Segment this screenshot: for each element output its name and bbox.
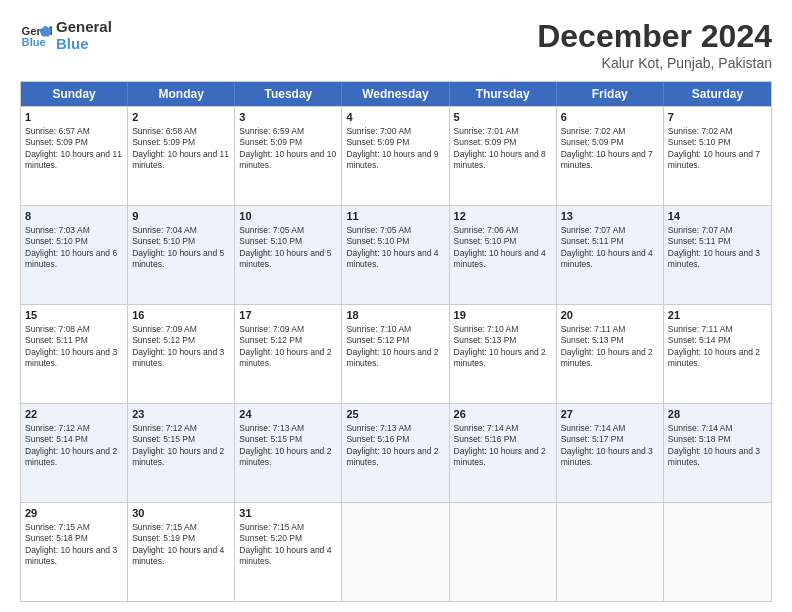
day-cell-31: 31Sunrise: 7:15 AMSunset: 5:20 PMDayligh… xyxy=(235,503,342,601)
header: General Blue General Blue December 2024 … xyxy=(20,18,772,71)
header-day-wednesday: Wednesday xyxy=(342,82,449,106)
day-cell-6: 6Sunrise: 7:02 AMSunset: 5:09 PMDaylight… xyxy=(557,107,664,205)
day-number: 25 xyxy=(346,407,444,422)
sunset-label: Sunset: 5:13 PM xyxy=(561,335,624,345)
sunset-label: Sunset: 5:20 PM xyxy=(239,533,302,543)
sunrise-label: Sunrise: 7:15 AM xyxy=(239,522,304,532)
sunset-label: Sunset: 5:10 PM xyxy=(668,137,731,147)
calendar-header: SundayMondayTuesdayWednesdayThursdayFrid… xyxy=(21,82,771,106)
day-number: 29 xyxy=(25,506,123,521)
empty-cell xyxy=(342,503,449,601)
day-cell-7: 7Sunrise: 7:02 AMSunset: 5:10 PMDaylight… xyxy=(664,107,771,205)
daylight-label: Daylight: 10 hours and 3 minutes. xyxy=(132,347,224,368)
logo-text-blue: Blue xyxy=(56,35,112,52)
sunrise-label: Sunrise: 7:14 AM xyxy=(668,423,733,433)
sunrise-label: Sunrise: 7:11 AM xyxy=(561,324,626,334)
sunrise-label: Sunrise: 7:10 AM xyxy=(454,324,519,334)
sunrise-label: Sunrise: 7:05 AM xyxy=(239,225,304,235)
day-number: 11 xyxy=(346,209,444,224)
sunset-label: Sunset: 5:18 PM xyxy=(25,533,88,543)
calendar-row-4: 22Sunrise: 7:12 AMSunset: 5:14 PMDayligh… xyxy=(21,403,771,502)
sunset-label: Sunset: 5:10 PM xyxy=(346,236,409,246)
calendar-body: 1Sunrise: 6:57 AMSunset: 5:09 PMDaylight… xyxy=(21,106,771,601)
daylight-label: Daylight: 10 hours and 3 minutes. xyxy=(25,347,117,368)
calendar-row-2: 8Sunrise: 7:03 AMSunset: 5:10 PMDaylight… xyxy=(21,205,771,304)
sunrise-label: Sunrise: 7:02 AM xyxy=(668,126,733,136)
title-block: December 2024 Kalur Kot, Punjab, Pakista… xyxy=(537,18,772,71)
svg-text:Blue: Blue xyxy=(22,36,46,48)
logo-icon: General Blue xyxy=(20,19,52,51)
header-day-thursday: Thursday xyxy=(450,82,557,106)
day-cell-10: 10Sunrise: 7:05 AMSunset: 5:10 PMDayligh… xyxy=(235,206,342,304)
day-cell-22: 22Sunrise: 7:12 AMSunset: 5:14 PMDayligh… xyxy=(21,404,128,502)
day-number: 18 xyxy=(346,308,444,323)
day-cell-27: 27Sunrise: 7:14 AMSunset: 5:17 PMDayligh… xyxy=(557,404,664,502)
sunset-label: Sunset: 5:15 PM xyxy=(132,434,195,444)
sunrise-label: Sunrise: 6:57 AM xyxy=(25,126,90,136)
sunrise-label: Sunrise: 7:07 AM xyxy=(561,225,626,235)
sunrise-label: Sunrise: 7:09 AM xyxy=(132,324,197,334)
page: General Blue General Blue December 2024 … xyxy=(0,0,792,612)
calendar: SundayMondayTuesdayWednesdayThursdayFrid… xyxy=(20,81,772,602)
day-number: 21 xyxy=(668,308,767,323)
day-number: 22 xyxy=(25,407,123,422)
header-day-sunday: Sunday xyxy=(21,82,128,106)
sunset-label: Sunset: 5:10 PM xyxy=(454,236,517,246)
calendar-row-3: 15Sunrise: 7:08 AMSunset: 5:11 PMDayligh… xyxy=(21,304,771,403)
day-cell-29: 29Sunrise: 7:15 AMSunset: 5:18 PMDayligh… xyxy=(21,503,128,601)
sunset-label: Sunset: 5:14 PM xyxy=(668,335,731,345)
sunrise-label: Sunrise: 7:07 AM xyxy=(668,225,733,235)
day-number: 27 xyxy=(561,407,659,422)
day-number: 10 xyxy=(239,209,337,224)
daylight-label: Daylight: 10 hours and 2 minutes. xyxy=(561,347,653,368)
calendar-row-1: 1Sunrise: 6:57 AMSunset: 5:09 PMDaylight… xyxy=(21,106,771,205)
daylight-label: Daylight: 10 hours and 2 minutes. xyxy=(668,347,760,368)
sunrise-label: Sunrise: 7:10 AM xyxy=(346,324,411,334)
daylight-label: Daylight: 10 hours and 5 minutes. xyxy=(239,248,331,269)
sunrise-label: Sunrise: 7:09 AM xyxy=(239,324,304,334)
sunset-label: Sunset: 5:16 PM xyxy=(454,434,517,444)
sunset-label: Sunset: 5:09 PM xyxy=(132,137,195,147)
day-cell-30: 30Sunrise: 7:15 AMSunset: 5:19 PMDayligh… xyxy=(128,503,235,601)
sunset-label: Sunset: 5:18 PM xyxy=(668,434,731,444)
day-number: 1 xyxy=(25,110,123,125)
daylight-label: Daylight: 10 hours and 2 minutes. xyxy=(346,347,438,368)
sunset-label: Sunset: 5:19 PM xyxy=(132,533,195,543)
day-number: 12 xyxy=(454,209,552,224)
sunset-label: Sunset: 5:09 PM xyxy=(239,137,302,147)
sunset-label: Sunset: 5:12 PM xyxy=(239,335,302,345)
day-number: 5 xyxy=(454,110,552,125)
day-number: 4 xyxy=(346,110,444,125)
sunrise-label: Sunrise: 7:03 AM xyxy=(25,225,90,235)
logo: General Blue General Blue xyxy=(20,18,112,52)
daylight-label: Daylight: 10 hours and 11 minutes. xyxy=(132,149,229,170)
day-number: 6 xyxy=(561,110,659,125)
sunrise-label: Sunrise: 7:11 AM xyxy=(668,324,733,334)
day-number: 3 xyxy=(239,110,337,125)
sunset-label: Sunset: 5:09 PM xyxy=(454,137,517,147)
day-number: 9 xyxy=(132,209,230,224)
sunset-label: Sunset: 5:13 PM xyxy=(454,335,517,345)
day-number: 13 xyxy=(561,209,659,224)
day-cell-18: 18Sunrise: 7:10 AMSunset: 5:12 PMDayligh… xyxy=(342,305,449,403)
empty-cell xyxy=(557,503,664,601)
daylight-label: Daylight: 10 hours and 6 minutes. xyxy=(25,248,117,269)
day-cell-11: 11Sunrise: 7:05 AMSunset: 5:10 PMDayligh… xyxy=(342,206,449,304)
daylight-label: Daylight: 10 hours and 10 minutes. xyxy=(239,149,336,170)
day-number: 8 xyxy=(25,209,123,224)
daylight-label: Daylight: 10 hours and 3 minutes. xyxy=(668,446,760,467)
sunrise-label: Sunrise: 6:59 AM xyxy=(239,126,304,136)
daylight-label: Daylight: 10 hours and 2 minutes. xyxy=(346,446,438,467)
calendar-row-5: 29Sunrise: 7:15 AMSunset: 5:18 PMDayligh… xyxy=(21,502,771,601)
sunrise-label: Sunrise: 7:12 AM xyxy=(25,423,90,433)
daylight-label: Daylight: 10 hours and 8 minutes. xyxy=(454,149,546,170)
day-cell-13: 13Sunrise: 7:07 AMSunset: 5:11 PMDayligh… xyxy=(557,206,664,304)
day-cell-3: 3Sunrise: 6:59 AMSunset: 5:09 PMDaylight… xyxy=(235,107,342,205)
sunrise-label: Sunrise: 7:15 AM xyxy=(25,522,90,532)
day-cell-19: 19Sunrise: 7:10 AMSunset: 5:13 PMDayligh… xyxy=(450,305,557,403)
day-number: 19 xyxy=(454,308,552,323)
day-cell-23: 23Sunrise: 7:12 AMSunset: 5:15 PMDayligh… xyxy=(128,404,235,502)
day-cell-2: 2Sunrise: 6:58 AMSunset: 5:09 PMDaylight… xyxy=(128,107,235,205)
day-number: 14 xyxy=(668,209,767,224)
day-cell-15: 15Sunrise: 7:08 AMSunset: 5:11 PMDayligh… xyxy=(21,305,128,403)
